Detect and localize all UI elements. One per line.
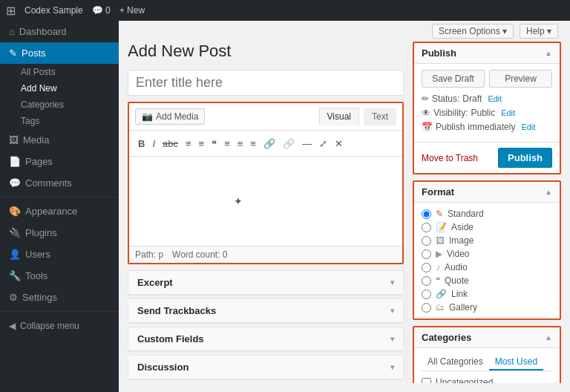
sidebar-sub-add-new[interactable]: Add New bbox=[0, 80, 119, 97]
format-radio-standard[interactable] bbox=[422, 209, 431, 219]
pages-icon: 📄 bbox=[9, 156, 21, 167]
strikethrough-btn[interactable]: abc bbox=[160, 137, 181, 150]
screen-options-btn[interactable]: Screen Options ▾ bbox=[432, 24, 514, 39]
sidebar-item-dashboard[interactable]: ⌂ Dashboard bbox=[0, 21, 119, 42]
category-item-uncategorized[interactable]: Uncategorized bbox=[422, 377, 552, 383]
sidebar-item-settings[interactable]: ⚙ Settings bbox=[0, 287, 119, 308]
align-left-btn[interactable]: ≡ bbox=[221, 137, 233, 150]
category-checkbox-uncategorized[interactable] bbox=[422, 378, 431, 384]
hr-btn[interactable]: — bbox=[299, 137, 315, 150]
bold-btn[interactable]: B bbox=[135, 137, 148, 150]
editor-body[interactable]: ✦ bbox=[129, 157, 402, 246]
format-radio-link[interactable] bbox=[422, 290, 431, 299]
discussion-arrow: ▾ bbox=[390, 363, 394, 371]
status-edit-link[interactable]: Edit bbox=[488, 94, 502, 103]
excerpt-label: Excerpt bbox=[137, 277, 173, 288]
publish-time-row: 📅 Publish immediately Edit bbox=[422, 122, 552, 132]
custom-fields-header[interactable]: Custom Fields ▾ bbox=[128, 327, 403, 351]
preview-btn[interactable]: Preview bbox=[489, 70, 552, 88]
format-radio-audio[interactable] bbox=[422, 263, 431, 272]
sidebar-item-plugins[interactable]: 🔌 Plugins bbox=[0, 222, 119, 244]
ul-btn[interactable]: ≡ bbox=[183, 137, 194, 150]
sidebar-item-media[interactable]: 🖼 Media bbox=[0, 129, 119, 151]
post-title-input[interactable] bbox=[128, 70, 404, 96]
fullscreen-btn[interactable]: ⤢ bbox=[316, 137, 330, 150]
sidebar-sub-categories[interactable]: Categories bbox=[0, 97, 119, 113]
sidebar-item-tools[interactable]: 🔧 Tools bbox=[0, 265, 119, 287]
format-option-quote[interactable]: ❝ Quote bbox=[422, 274, 552, 287]
link-btn[interactable]: 🔗 bbox=[261, 137, 278, 150]
comments-count-item[interactable]: 💬 0 bbox=[92, 5, 111, 16]
format-radio-image[interactable] bbox=[422, 236, 431, 246]
format-radio-quote[interactable] bbox=[422, 276, 431, 286]
sidebar-item-label: Settings bbox=[22, 292, 57, 303]
cat-tab-most-used[interactable]: Most Used bbox=[489, 354, 543, 370]
excerpt-header[interactable]: Excerpt ▾ bbox=[128, 271, 403, 295]
format-radio-video[interactable] bbox=[422, 249, 431, 259]
format-option-link[interactable]: 🔗 Link bbox=[422, 287, 552, 301]
format-option-aside[interactable]: 📝 Aside bbox=[422, 220, 552, 234]
italic-btn[interactable]: I bbox=[149, 137, 158, 150]
visibility-value: Public bbox=[471, 108, 495, 118]
format-option-gallery[interactable]: 🗂 Gallery bbox=[422, 301, 552, 314]
format-label-image: Image bbox=[449, 235, 474, 246]
format-icon-aside: 📝 bbox=[436, 222, 447, 232]
format-option-image[interactable]: 🖼 Image bbox=[422, 234, 552, 247]
sidebar-item-posts[interactable]: ✎ Posts bbox=[0, 42, 119, 64]
format-option-audio[interactable]: ♪ Audio bbox=[422, 261, 552, 274]
categories-collapse-icon[interactable]: ▲ bbox=[545, 333, 552, 342]
publish-label: Publish bbox=[436, 122, 465, 132]
sidebar-item-label: Users bbox=[25, 249, 50, 260]
category-label-uncategorized: Uncategorized bbox=[436, 377, 493, 383]
sidebar-item-appearance[interactable]: 🎨 Appearance bbox=[0, 200, 119, 222]
trackbacks-header[interactable]: Send Trackbacks ▾ bbox=[128, 299, 403, 323]
format-option-video[interactable]: ▶ Video bbox=[422, 247, 552, 261]
help-btn[interactable]: Help ▾ bbox=[520, 24, 558, 39]
custom-fields-arrow: ▾ bbox=[390, 335, 394, 343]
format-radio-aside[interactable] bbox=[422, 223, 431, 232]
sidebar-sub-all-posts[interactable]: All Posts bbox=[0, 64, 119, 80]
publish-panel-title: Publish bbox=[422, 48, 456, 59]
publish-panel-footer: Move to Trash Publish bbox=[414, 142, 560, 173]
sidebar-item-comments[interactable]: 💬 Comments bbox=[0, 172, 119, 194]
format-collapse-icon[interactable]: ▲ bbox=[545, 188, 552, 196]
publish-panel: Publish ▲ Save Draft Preview ✏ Status: D… bbox=[413, 42, 561, 174]
publish-panel-body: Save Draft Preview ✏ Status: Draft Edit … bbox=[414, 64, 560, 142]
save-draft-btn[interactable]: Save Draft bbox=[422, 70, 485, 88]
discussion-header[interactable]: Discussion ▾ bbox=[128, 356, 403, 379]
ol-btn[interactable]: ≡ bbox=[196, 137, 208, 150]
add-media-btn[interactable]: 📷 Add Media bbox=[135, 108, 205, 125]
posts-icon: ✎ bbox=[9, 48, 17, 59]
format-option-standard[interactable]: ✎ Standard bbox=[422, 207, 552, 220]
publish-time-edit-link[interactable]: Edit bbox=[521, 122, 535, 131]
format-panel-title: Format bbox=[422, 186, 454, 197]
new-content-btn[interactable]: + New bbox=[119, 5, 145, 16]
add-media-icon: 📷 bbox=[142, 111, 153, 122]
format-label-link: Link bbox=[451, 289, 468, 299]
align-right-btn[interactable]: ≡ bbox=[247, 137, 259, 150]
cat-tab-all[interactable]: All Categories bbox=[422, 354, 489, 370]
move-to-trash-link[interactable]: Move to Trash bbox=[422, 153, 478, 163]
visibility-edit-link[interactable]: Edit bbox=[501, 108, 515, 117]
sidebar-item-pages[interactable]: 📄 Pages bbox=[0, 151, 119, 172]
format-radio-gallery[interactable] bbox=[422, 303, 431, 313]
align-center-btn[interactable]: ≡ bbox=[235, 137, 246, 150]
visual-tab[interactable]: Visual bbox=[319, 108, 359, 125]
sidebar-item-users[interactable]: 👤 Users bbox=[0, 244, 119, 265]
publish-collapse-icon[interactable]: ▲ bbox=[545, 49, 552, 57]
status-icon: ✏ bbox=[422, 94, 429, 104]
kitchen-sink-btn[interactable]: ✕ bbox=[332, 137, 346, 150]
format-icon-quote: ❝ bbox=[436, 275, 440, 286]
wp-logo-icon[interactable]: ⊞ bbox=[6, 4, 16, 18]
site-name[interactable]: Codex Sample bbox=[24, 5, 83, 16]
format-icon-standard: ✎ bbox=[436, 209, 443, 219]
collapse-menu-btn[interactable]: ◀ Collapse menu bbox=[0, 315, 119, 337]
sidebar-sub-tags[interactable]: Tags bbox=[0, 113, 119, 129]
blockquote-btn[interactable]: ❝ bbox=[209, 137, 220, 150]
editor-toolbar: 📷 Add Media Visual Text bbox=[129, 103, 402, 131]
publish-btn[interactable]: Publish bbox=[498, 148, 552, 168]
trackbacks-label: Send Trackbacks bbox=[137, 305, 216, 316]
text-tab[interactable]: Text bbox=[364, 108, 396, 125]
unlink-btn[interactable]: 🔗 bbox=[280, 137, 298, 150]
appearance-icon: 🎨 bbox=[9, 206, 21, 217]
